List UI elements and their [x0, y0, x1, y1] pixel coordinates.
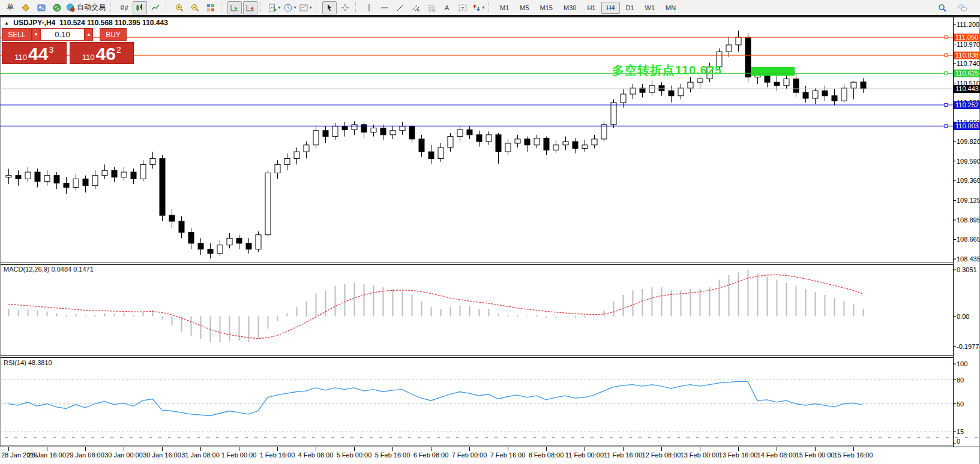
crosshair-icon — [340, 3, 350, 13]
auto-scroll-icon[interactable] — [227, 1, 242, 14]
vertical-line-icon — [364, 3, 374, 13]
toolbar-icons: 单自动交易▾▾▾EFAT▾ — [2, 1, 495, 14]
arrows-icon[interactable]: ▾ — [471, 1, 485, 14]
chat-icon[interactable] — [955, 1, 970, 14]
buy-price-display[interactable]: 110462 — [70, 42, 134, 64]
zoom-in-icon — [175, 3, 184, 13]
chat-icon — [958, 3, 967, 13]
svg-text:A: A — [445, 4, 449, 11]
equidistant-channel-icon: E — [411, 3, 421, 13]
candlestick-chart-icon[interactable] — [133, 1, 147, 14]
buy-price-prefix: 110 — [82, 53, 95, 62]
text-icon[interactable]: A — [440, 1, 454, 14]
one-click-trading-panel: SELL ▼ 0.10 ▲ BUY 110443 110462 — [2, 28, 134, 64]
sell-price-pip: 3 — [49, 45, 53, 55]
chevron-down-icon[interactable]: ▾ — [293, 5, 296, 10]
tf-mn[interactable]: MN — [661, 2, 681, 14]
horizontal-line-icon[interactable] — [377, 1, 392, 14]
lot-increase-button[interactable]: ▲ — [85, 28, 93, 41]
lot-size-input[interactable]: 0.10 — [40, 28, 85, 41]
cursor-icon — [325, 3, 334, 13]
market-watch-icon — [37, 3, 46, 13]
indicators-icon[interactable]: ▾ — [267, 1, 281, 14]
search-icon — [937, 3, 947, 13]
mt4-window: 单自动交易▾▾▾EFAT▾ M1M5M15M30H1H4D1W1MN 111.0… — [0, 0, 980, 464]
line-chart-icon[interactable] — [148, 1, 163, 14]
buy-price-pip: 2 — [116, 45, 121, 55]
chevron-down-icon[interactable]: ▾ — [278, 5, 280, 10]
tf-m1[interactable]: M1 — [495, 2, 514, 14]
crosshair-icon[interactable] — [338, 1, 352, 14]
tf-h1[interactable]: H1 — [582, 2, 600, 14]
toolbar-right-icons — [934, 1, 978, 14]
menu-text-label: 单 — [5, 2, 15, 13]
tf-d1[interactable]: D1 — [621, 2, 639, 14]
vertical-line-icon[interactable] — [362, 1, 376, 14]
signal-icon[interactable] — [50, 1, 64, 14]
fibonacci-icon: F — [427, 3, 436, 13]
sell-price-display[interactable]: 110443 — [2, 42, 67, 64]
search-icon[interactable] — [935, 1, 949, 14]
chevron-down-icon[interactable]: ▾ — [309, 5, 311, 10]
cursor-icon[interactable] — [322, 1, 337, 14]
market-watch-icon[interactable] — [34, 1, 49, 14]
new-order-icon[interactable] — [19, 1, 33, 14]
collapse-triangle-icon[interactable]: ▲ — [4, 20, 9, 26]
toolbar-separator — [166, 2, 169, 13]
templates-icon[interactable]: ▾ — [298, 1, 313, 14]
timeframe-buttons: M1M5M15M30H1H4D1W1MN — [495, 2, 681, 14]
toolbar-separator — [260, 2, 264, 13]
svg-text:T: T — [461, 5, 464, 11]
tf-m5[interactable]: M5 — [515, 2, 534, 14]
trendline-icon[interactable] — [393, 1, 407, 14]
new-order-icon — [21, 3, 31, 13]
tf-m15[interactable]: M15 — [535, 2, 558, 14]
macd-signal-line — [8, 275, 863, 338]
sell-price-prefix: 110 — [14, 53, 27, 62]
text-label-icon: T — [458, 3, 467, 13]
toolbar: 单自动交易▾▾▾EFAT▾ M1M5M15M30H1H4D1W1MN — [0, 0, 980, 16]
chart-shift-icon[interactable] — [243, 1, 257, 14]
toolbar-separator — [355, 2, 359, 13]
tf-m30[interactable]: M30 — [559, 2, 581, 14]
menu-text[interactable]: 单 — [3, 1, 17, 14]
symbol-period-label: USDJPY-,H4 — [13, 19, 55, 27]
line-chart-icon — [151, 3, 160, 13]
tf-h4[interactable]: H4 — [601, 2, 619, 14]
sell-button[interactable]: SELL — [2, 28, 32, 41]
zoom-out-icon[interactable] — [188, 1, 202, 14]
equidistant-channel-icon[interactable]: E — [409, 1, 423, 14]
templates-icon — [299, 3, 308, 13]
text-label-icon[interactable]: T — [455, 1, 470, 14]
fibonacci-icon[interactable]: F — [424, 1, 439, 14]
auto-scroll-icon — [230, 3, 239, 13]
zoom-in-icon[interactable] — [172, 1, 187, 14]
candlestick-series — [6, 31, 866, 258]
candlestick-chart-icon — [135, 3, 145, 13]
line-anchor-marker — [945, 36, 948, 39]
chart-shift-icon — [245, 3, 255, 13]
lot-decrease-button[interactable]: ▼ — [32, 28, 40, 41]
periods-icon — [283, 3, 293, 13]
bar-chart-icon[interactable] — [117, 1, 131, 14]
line-anchor-marker — [945, 54, 948, 57]
autotrading-icon-label: 自动交易 — [76, 2, 107, 13]
line-anchor-marker — [945, 72, 948, 75]
tf-w1[interactable]: W1 — [640, 2, 660, 14]
trendline-icon — [395, 3, 405, 13]
tile-windows-icon — [206, 3, 215, 13]
buy-button[interactable]: BUY — [100, 28, 127, 41]
turning-point-annotation[interactable]: 多空转折点110.625 — [612, 62, 722, 79]
chart-canvas[interactable] — [0, 0, 980, 464]
periods-icon[interactable]: ▾ — [283, 1, 297, 14]
line-anchor-marker — [945, 125, 948, 128]
autotrading-icon[interactable]: 自动交易 — [65, 1, 107, 14]
toolbar-separator — [316, 2, 319, 13]
tile-windows-icon[interactable] — [203, 1, 218, 14]
macd-indicator-label: MACD(12,26,9) 0.0484 0.1471 — [4, 266, 94, 273]
indicators-icon — [268, 3, 277, 13]
chevron-down-icon[interactable]: ▾ — [482, 5, 484, 10]
ohlc-values-label: 110.524 110.568 110.395 110.443 — [59, 19, 168, 27]
zoom-out-icon — [190, 3, 200, 13]
svg-text:F: F — [433, 9, 436, 13]
